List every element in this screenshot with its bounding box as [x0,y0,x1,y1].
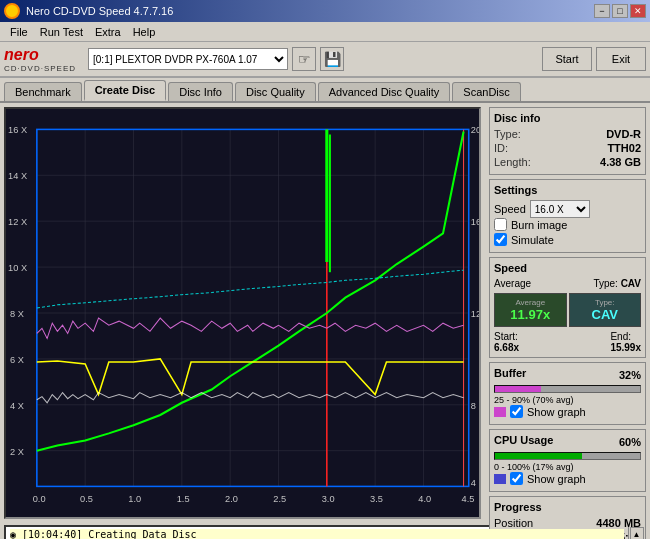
tab-disc-quality[interactable]: Disc Quality [235,82,316,101]
length-value: 4.38 GB [600,156,641,168]
length-label: Length: [494,156,531,168]
menu-extra[interactable]: Extra [89,24,127,40]
start-button[interactable]: Start [542,47,592,71]
tab-advanced-disc-quality[interactable]: Advanced Disc Quality [318,82,451,101]
svg-text:3.0: 3.0 [322,494,335,504]
svg-text:14 X: 14 X [8,171,27,181]
maximize-button[interactable]: □ [612,4,628,18]
title-bar: Nero CD-DVD Speed 4.7.7.16 − □ ✕ [0,0,650,22]
id-label: ID: [494,142,508,154]
settings-title: Settings [494,184,641,196]
end-speed: End: 15.99x [610,331,641,353]
svg-text:2.5: 2.5 [273,494,286,504]
svg-text:20: 20 [471,126,479,136]
buffer-bar-fill [495,386,541,392]
log-content: ◉ [10:04:40] Creating Data Disc [10:09:4… [6,527,628,539]
logo-nero: nero [4,46,76,64]
type-label: Type: CAV [593,278,641,289]
svg-text:4: 4 [471,478,476,488]
cpu-title: CPU Usage [494,434,553,446]
svg-text:0.0: 0.0 [33,494,46,504]
window-controls: − □ ✕ [594,4,646,18]
svg-text:1.0: 1.0 [128,494,141,504]
type-label: Type: [494,128,521,140]
average-label: Average [494,278,531,289]
menu-bar: File Run Test Extra Help [0,22,650,42]
speed-grid: Average 11.97x Type: CAV [494,293,641,327]
cpu-range: 0 - 100% (17% avg) [494,462,641,472]
disc-id-row: ID: TTH02 [494,142,641,154]
burn-image-label: Burn image [511,219,567,231]
logo-subtitle: CD·DVD·SPEED [4,64,76,73]
start-speed: Start: 6.68x [494,331,519,353]
close-button[interactable]: ✕ [630,4,646,18]
disc-type-row: Type: DVD-R [494,128,641,140]
svg-text:2 X: 2 X [10,447,24,457]
cpu-section: CPU Usage 60% 0 - 100% (17% avg) Show gr… [489,429,646,492]
svg-text:12 X: 12 X [8,217,27,227]
buffer-show-graph-checkbox[interactable] [510,405,523,418]
tab-create-disc[interactable]: Create Disc [84,80,167,101]
tab-disc-info[interactable]: Disc Info [168,82,233,101]
cpu-show-graph-row: Show graph [494,472,641,485]
simulate-row: Simulate [494,233,641,246]
log-scrollbar: ▲ ▼ [628,527,644,539]
exit-button[interactable]: Exit [596,47,646,71]
minimize-button[interactable]: − [594,4,610,18]
drive-selector[interactable]: [0:1] PLEXTOR DVDR PX-760A 1.07 [88,48,288,70]
speed-select[interactable]: 16.0 X [530,200,590,218]
svg-text:0.5: 0.5 [80,494,93,504]
svg-text:16: 16 [471,217,479,227]
svg-text:1.5: 1.5 [177,494,190,504]
hand-icon[interactable]: ☞ [292,47,316,71]
svg-text:4.0: 4.0 [418,494,431,504]
cpu-show-graph-label: Show graph [527,473,586,485]
speed-chart: 16 X 14 X 12 X 10 X 8 X 6 X 4 X 2 X 20 1… [6,109,479,517]
scroll-up-button[interactable]: ▲ [630,527,644,539]
svg-text:3.5: 3.5 [370,494,383,504]
tab-benchmark[interactable]: Benchmark [4,82,82,101]
app-icon [4,3,20,19]
buffer-title: Buffer [494,367,526,379]
log-line-0: ◉ [10:04:40] Creating Data Disc [10,529,624,539]
disc-info-title: Disc info [494,112,641,124]
tab-bar: Benchmark Create Disc Disc Info Disc Qua… [0,78,650,103]
cpu-bar [494,452,641,460]
svg-text:6 X: 6 X [10,355,24,365]
svg-text:4.5: 4.5 [462,494,475,504]
menu-runtest[interactable]: Run Test [34,24,89,40]
cpu-show-graph-checkbox[interactable] [510,472,523,485]
speed-title: Speed [494,262,641,274]
disc-info-section: Disc info Type: DVD-R ID: TTH02 Length: … [489,107,646,175]
buffer-bar [494,385,641,393]
burn-image-checkbox[interactable] [494,218,507,231]
settings-section: Settings Speed 16.0 X Burn image Simulat… [489,179,646,253]
logo: nero CD·DVD·SPEED [4,46,76,73]
speed-row: Speed 16.0 X [494,200,641,218]
menu-file[interactable]: File [4,24,34,40]
cpu-value: 60% [619,436,641,448]
buffer-show-graph-label: Show graph [527,406,586,418]
svg-text:12: 12 [471,309,479,319]
main-content: 16 X 14 X 12 X 10 X 8 X 6 X 4 X 2 X 20 1… [0,103,650,523]
save-icon[interactable]: 💾 [320,47,344,71]
simulate-label: Simulate [511,234,554,246]
svg-text:10 X: 10 X [8,263,27,273]
svg-text:4 X: 4 X [10,401,24,411]
buffer-show-graph-row: Show graph [494,405,641,418]
burn-image-row: Burn image [494,218,641,231]
tab-scandisc[interactable]: ScanDisc [452,82,520,101]
buffer-value: 32% [619,369,641,381]
menu-help[interactable]: Help [127,24,162,40]
right-panel: Disc info Type: DVD-R ID: TTH02 Length: … [485,103,650,523]
chart-area: 16 X 14 X 12 X 10 X 8 X 6 X 4 X 2 X 20 1… [4,107,481,519]
speed-section: Speed Average Type: CAV Average 11.97x T… [489,257,646,358]
buffer-section: Buffer 32% 25 - 90% (70% avg) Show graph [489,362,646,425]
disc-length-row: Length: 4.38 GB [494,156,641,168]
svg-text:8 X: 8 X [10,309,24,319]
toolbar: nero CD·DVD·SPEED [0:1] PLEXTOR DVDR PX-… [0,42,650,78]
progress-title: Progress [494,501,641,513]
cpu-bar-fill [495,453,582,459]
svg-text:16 X: 16 X [8,126,27,136]
simulate-checkbox[interactable] [494,233,507,246]
